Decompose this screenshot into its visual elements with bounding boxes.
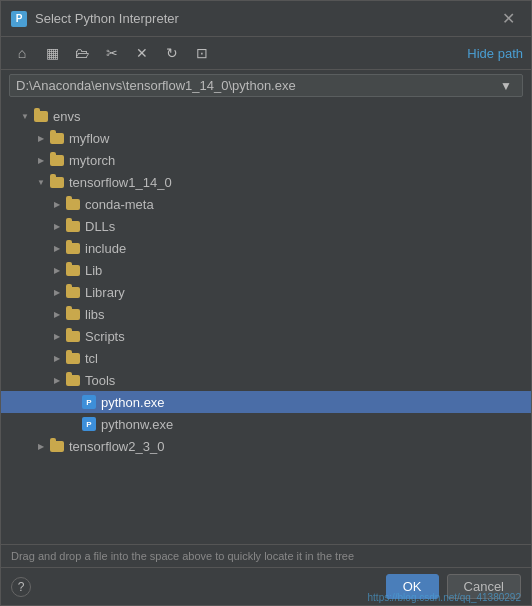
help-icon: ? [18, 580, 25, 594]
delete-button[interactable]: ✕ [129, 41, 155, 65]
refresh-icon: ↻ [166, 45, 178, 61]
refresh-button[interactable]: ↻ [159, 41, 185, 65]
close-button[interactable]: ✕ [496, 7, 521, 30]
tree-item[interactable]: ▶Library [1, 281, 531, 303]
tree-item[interactable]: ▶myflow [1, 127, 531, 149]
tree-expander[interactable]: ▶ [49, 240, 65, 256]
dialog-title: Select Python Interpreter [35, 11, 488, 26]
tree-item[interactable]: ▶Tools [1, 369, 531, 391]
tree-item-label: tcl [85, 351, 98, 366]
folder-open-icon: 🗁 [75, 45, 89, 61]
tree-item[interactable]: ▶conda-meta [1, 193, 531, 215]
folder-icon [65, 373, 81, 387]
folder-icon [49, 439, 65, 453]
folder-icon [65, 329, 81, 343]
file-icon: P [81, 416, 97, 432]
tree-item[interactable]: Ppythonw.exe [1, 413, 531, 435]
tree-expander[interactable]: ▶ [49, 284, 65, 300]
tree-item-label: tensorflow1_14_0 [69, 175, 172, 190]
folder-icon [65, 263, 81, 277]
tree-item[interactable]: ▶DLLs [1, 215, 531, 237]
delete-icon: ✕ [136, 45, 148, 61]
grid-button[interactable]: ▦ [39, 41, 65, 65]
cut-icon: ✂ [106, 45, 118, 61]
status-hint: Drag and drop a file into the space abov… [11, 550, 354, 562]
tree-expander[interactable]: ▶ [49, 218, 65, 234]
tree-item[interactable]: ▶libs [1, 303, 531, 325]
folder-icon [33, 109, 49, 123]
grid-icon: ▦ [46, 45, 59, 61]
tree-item[interactable]: ▶tcl [1, 347, 531, 369]
tree-expander[interactable]: ▶ [49, 196, 65, 212]
folder-button[interactable]: 🗁 [69, 41, 95, 65]
tree-expander[interactable]: ▶ [49, 328, 65, 344]
tree-expander[interactable]: ▶ [33, 152, 49, 168]
path-input[interactable] [16, 78, 496, 93]
copy-icon: ⊡ [196, 45, 208, 61]
folder-icon [65, 285, 81, 299]
cut-button[interactable]: ✂ [99, 41, 125, 65]
path-expand-button[interactable]: ▼ [496, 79, 516, 93]
tree-item[interactable]: ▶Scripts [1, 325, 531, 347]
tree-expander[interactable]: ▶ [49, 372, 65, 388]
hide-path-link[interactable]: Hide path [467, 46, 523, 61]
select-interpreter-dialog: P Select Python Interpreter ✕ ⌂ ▦ 🗁 ✂ ✕ … [0, 0, 532, 606]
watermark: https://blog.csdn.net/qq_41380292 [368, 592, 521, 603]
tree-expander[interactable]: ▶ [49, 306, 65, 322]
tree-item[interactable]: ▼tensorflow1_14_0 [1, 171, 531, 193]
tree-item-label: include [85, 241, 126, 256]
folder-icon [49, 131, 65, 145]
folder-icon [49, 153, 65, 167]
tree-expander[interactable]: ▶ [49, 350, 65, 366]
tree-item-label: tensorflow2_3_0 [69, 439, 164, 454]
toolbar: ⌂ ▦ 🗁 ✂ ✕ ↻ ⊡ Hide path [1, 37, 531, 70]
copy-button[interactable]: ⊡ [189, 41, 215, 65]
tree-item[interactable]: ▶Lib [1, 259, 531, 281]
file-icon: P [81, 394, 97, 410]
folder-icon [65, 307, 81, 321]
title-bar: P Select Python Interpreter ✕ [1, 1, 531, 37]
tree-item-label: DLLs [85, 219, 115, 234]
tree-container[interactable]: ▼envs▶myflow▶mytorch▼tensorflow1_14_0▶co… [1, 101, 531, 544]
tree-item-label: mytorch [69, 153, 115, 168]
folder-icon [49, 175, 65, 189]
tree-item-label: envs [53, 109, 80, 124]
path-bar: ▼ [9, 74, 523, 97]
tree-item-label: python.exe [101, 395, 165, 410]
tree-item-label: Lib [85, 263, 102, 278]
app-icon: P [11, 11, 27, 27]
tree-expander[interactable]: ▶ [33, 438, 49, 454]
folder-icon [65, 241, 81, 255]
folder-icon [65, 351, 81, 365]
bottom-bar: ? OK Cancel https://blog.csdn.net/qq_413… [1, 567, 531, 605]
tree-item[interactable]: Ppython.exe [1, 391, 531, 413]
tree-expander[interactable]: ▶ [49, 262, 65, 278]
tree-item-label: libs [85, 307, 105, 322]
tree-item-label: myflow [69, 131, 109, 146]
tree-expander[interactable]: ▼ [17, 108, 33, 124]
tree-expander[interactable]: ▶ [33, 130, 49, 146]
tree-expander[interactable]: ▼ [33, 174, 49, 190]
folder-icon [65, 197, 81, 211]
tree-item[interactable]: ▼envs [1, 105, 531, 127]
home-button[interactable]: ⌂ [9, 41, 35, 65]
tree-item-label: Library [85, 285, 125, 300]
folder-icon [65, 219, 81, 233]
tree-item-label: pythonw.exe [101, 417, 173, 432]
status-bar: Drag and drop a file into the space abov… [1, 544, 531, 567]
tree-item[interactable]: ▶mytorch [1, 149, 531, 171]
tree-item-label: Tools [85, 373, 115, 388]
tree-item[interactable]: ▶include [1, 237, 531, 259]
help-button[interactable]: ? [11, 577, 31, 597]
home-icon: ⌂ [18, 45, 26, 61]
tree-item-label: Scripts [85, 329, 125, 344]
tree-item-label: conda-meta [85, 197, 154, 212]
tree-item[interactable]: ▶tensorflow2_3_0 [1, 435, 531, 457]
